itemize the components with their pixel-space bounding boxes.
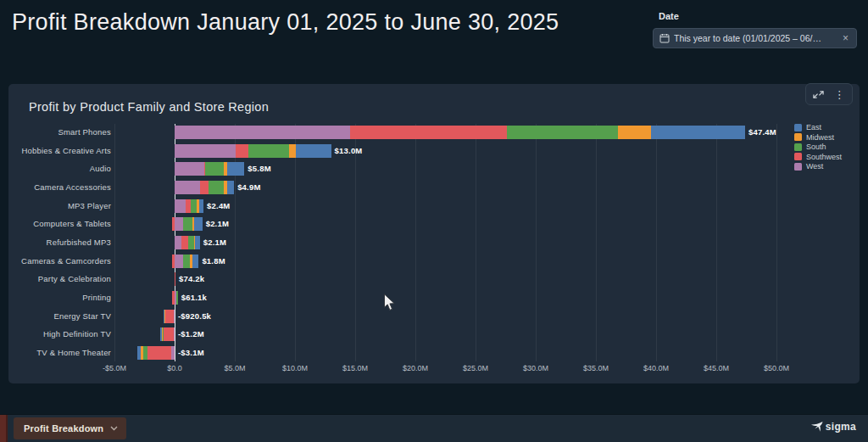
date-filter-label: Date xyxy=(659,11,679,21)
axis-tick-label: $40.0M xyxy=(629,364,683,372)
footer-edge-decoration xyxy=(0,415,8,442)
bar-segment-midwest[interactable] xyxy=(162,327,163,341)
bar-segment-west[interactable] xyxy=(175,217,183,231)
category-label: Computers & Tablets xyxy=(8,219,111,229)
bar-segment-west[interactable] xyxy=(175,126,350,139)
axis-tick-label: $45.0M xyxy=(689,364,743,372)
sigma-bird-icon xyxy=(810,421,823,433)
gridline xyxy=(355,124,356,361)
bar-segment-southwest[interactable] xyxy=(164,327,174,341)
bar-segment-south[interactable] xyxy=(209,181,224,194)
gridline xyxy=(415,124,416,361)
chevron-down-icon xyxy=(110,426,118,431)
category-label: High Definition TV xyxy=(8,329,111,339)
bar-segment-east[interactable] xyxy=(296,144,331,158)
close-icon[interactable]: × xyxy=(841,32,850,44)
bar-segment-southwest[interactable] xyxy=(172,255,175,268)
bar-segment-west[interactable] xyxy=(175,162,204,176)
bar-segment-southwest[interactable] xyxy=(147,346,171,360)
bar-segment-east[interactable] xyxy=(137,346,141,360)
bar-segment-west[interactable] xyxy=(174,327,175,341)
bar-segment-southwest[interactable] xyxy=(172,217,175,231)
date-filter-chip[interactable]: This year to date (01/01/2025 – 06/… × xyxy=(653,28,857,48)
axis-tick-label: $5.0M xyxy=(208,364,262,372)
gridline xyxy=(476,124,476,361)
legend-item-west[interactable]: West xyxy=(794,162,823,171)
legend-label: Midwest xyxy=(806,133,834,142)
bar-segment-east[interactable] xyxy=(199,199,204,213)
bar-segment-east[interactable] xyxy=(227,181,234,194)
axis-tick-label: $15.0M xyxy=(328,364,382,372)
bar-segment-southwest[interactable] xyxy=(165,310,173,323)
bar-segment-west[interactable] xyxy=(171,346,175,360)
bar-segment-east[interactable] xyxy=(194,217,202,231)
sigma-logo[interactable]: sigma xyxy=(810,421,856,433)
bar-value-label: $61.1k xyxy=(181,293,207,303)
category-label: TV & Home Theater xyxy=(8,348,111,358)
bar-segment-southwest[interactable] xyxy=(175,272,175,286)
gridline xyxy=(114,124,115,361)
bar-value-label: $2.1M xyxy=(206,219,229,229)
legend-label: East xyxy=(806,123,821,131)
bar-value-label: $1.8M xyxy=(202,256,225,266)
bar-segment-south[interactable] xyxy=(205,162,223,176)
legend-item-east[interactable]: East xyxy=(794,123,821,131)
bar-segment-west[interactable] xyxy=(175,181,200,194)
legend-item-southwest[interactable]: Southwest xyxy=(794,153,842,161)
bar-segment-west[interactable] xyxy=(175,199,186,213)
gridline xyxy=(536,124,537,361)
bar-value-label: -$920.5k xyxy=(178,311,211,322)
legend-swatch-west xyxy=(794,163,802,171)
legend-item-south[interactable]: South xyxy=(794,143,826,151)
bar-segment-south[interactable] xyxy=(143,346,147,360)
bar-segment-south[interactable] xyxy=(176,291,178,305)
bar-segment-west[interactable] xyxy=(175,255,183,268)
bar-segment-east[interactable] xyxy=(227,162,244,176)
bar-segment-south[interactable] xyxy=(188,236,195,249)
bar-segment-south[interactable] xyxy=(183,255,191,268)
date-filter-value: This year to date (01/01/2025 – 06/… xyxy=(674,33,837,43)
brand-name: sigma xyxy=(826,421,856,433)
legend-label: South xyxy=(806,143,826,151)
axis-tick-label: $20.0M xyxy=(388,364,442,372)
bar-segment-east[interactable] xyxy=(195,236,200,249)
axis-tick-label: $0.0 xyxy=(147,364,202,372)
bar-segment-west[interactable] xyxy=(175,236,181,249)
category-label: Party & Celebration xyxy=(8,274,111,284)
bar-segment-east[interactable] xyxy=(192,255,199,268)
bar-segment-southwest[interactable] xyxy=(181,236,188,249)
bar-segment-south[interactable] xyxy=(163,327,164,341)
bar-segment-south[interactable] xyxy=(507,126,618,139)
legend-item-midwest[interactable]: Midwest xyxy=(794,133,834,142)
axis-tick-label: $30.0M xyxy=(509,364,563,372)
bar-segment-southwest[interactable] xyxy=(200,181,209,194)
bar-value-label: $47.4M xyxy=(748,127,776,137)
gridline xyxy=(776,124,777,361)
gridline xyxy=(295,124,296,361)
bar-segment-south[interactable] xyxy=(183,217,192,231)
bar-segment-east[interactable] xyxy=(160,327,162,341)
bar-segment-west[interactable] xyxy=(174,310,175,323)
bar-segment-midwest[interactable] xyxy=(618,126,652,139)
axis-tick-label: $35.0M xyxy=(569,364,623,372)
bar-value-label: $2.4M xyxy=(207,201,230,211)
bar-segment-west[interactable] xyxy=(175,144,236,158)
bar-value-label: $5.8M xyxy=(248,164,270,174)
category-label: Hobbies & Creative Arts xyxy=(8,146,111,156)
bar-segment-southwest[interactable] xyxy=(236,144,248,158)
bar-segment-midwest[interactable] xyxy=(289,144,297,158)
bar-segment-midwest[interactable] xyxy=(141,346,143,360)
category-label: Audio xyxy=(8,164,111,174)
legend-label: West xyxy=(806,162,823,171)
bar-segment-east[interactable] xyxy=(164,310,164,323)
bar-value-label: -$1.2M xyxy=(178,329,204,339)
bar-segment-east[interactable] xyxy=(651,126,745,139)
bar-segment-southwest[interactable] xyxy=(350,126,507,139)
tab-profit-breakdown[interactable]: Profit Breakdown xyxy=(14,417,126,439)
category-label: Cameras & Camcorders xyxy=(8,256,111,266)
category-label: MP3 Player xyxy=(8,201,111,211)
category-label: Refurbished MP3 xyxy=(8,238,111,248)
bar-segment-south[interactable] xyxy=(248,144,289,158)
legend-swatch-south xyxy=(794,143,802,151)
bar-segment-southwest[interactable] xyxy=(172,291,175,305)
